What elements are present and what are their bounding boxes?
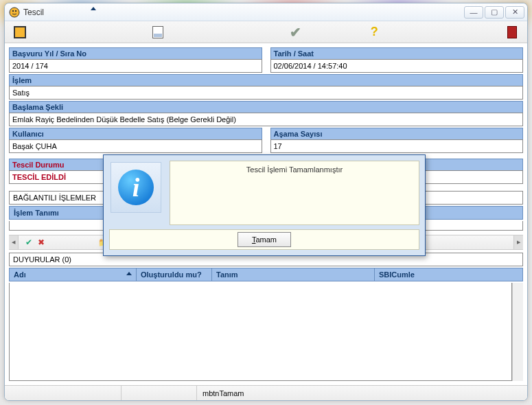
maximize-button[interactable]: ▢ xyxy=(485,6,504,19)
asama-value[interactable]: 17 xyxy=(270,139,524,153)
kullanici-value[interactable]: Başak ÇUHA xyxy=(9,139,262,153)
announcements-grid-header: Adı Oluşturuldu mu? Tanım SBICumle xyxy=(9,268,523,281)
titlebar[interactable]: Tescil — ▢ ✕ xyxy=(5,3,527,21)
col-olusturuldu[interactable]: Oluşturuldu mu? xyxy=(137,268,212,281)
info-dialog: i Tescil İşlemi Tamamlanmıştır Tamam xyxy=(103,154,426,256)
tarih-value[interactable]: 02/06/2014 / 14:57:40 xyxy=(270,59,524,73)
status-cell-1 xyxy=(5,386,122,400)
document-icon[interactable] xyxy=(150,25,165,40)
asama-label: Aşama Sayısı xyxy=(270,128,524,139)
tamam-button[interactable]: Tamam xyxy=(238,232,291,247)
announcements-grid-body[interactable] xyxy=(9,283,512,381)
col-adi[interactable]: Adı xyxy=(10,268,137,281)
sun-icon[interactable] xyxy=(12,25,27,40)
info-icon-wrap: i xyxy=(111,162,161,213)
col-sbi[interactable]: SBICumle xyxy=(375,268,522,281)
basvuru-value[interactable]: 2014 / 174 xyxy=(9,59,262,73)
scrollbar[interactable] xyxy=(512,283,523,381)
close-red-icon[interactable] xyxy=(505,25,520,40)
scroll-right-icon[interactable]: ▶ xyxy=(513,235,523,249)
status-cell-2 xyxy=(122,386,197,400)
app-icon xyxy=(9,7,20,18)
col-tanim[interactable]: Tanım xyxy=(212,268,375,281)
close-button[interactable]: ✕ xyxy=(505,6,524,19)
baslama-label: Başlama Şekli xyxy=(9,101,523,113)
svg-point-1 xyxy=(12,10,14,11)
main-toolbar: ✔ ? xyxy=(5,21,527,43)
baslama-value[interactable]: Emlak Rayiç Bedelinden Düşük Bedelle Sat… xyxy=(9,113,523,126)
info-icon: i xyxy=(118,170,154,205)
svg-point-0 xyxy=(10,8,19,17)
islem-label: İşlem xyxy=(9,74,523,86)
tarih-label: Tarih / Saat xyxy=(270,47,524,59)
dialog-message: Tescil İşlemi Tamamlanmıştır xyxy=(170,161,419,225)
reject-icon[interactable]: ✖ xyxy=(38,238,45,247)
svg-point-2 xyxy=(15,10,16,11)
basvuru-label: Başvuru Yıl / Sıra No xyxy=(9,47,262,59)
islem-value[interactable]: Satış xyxy=(9,86,523,100)
help-icon[interactable]: ? xyxy=(367,25,382,40)
check-icon[interactable]: ✔ xyxy=(288,25,303,40)
kullanici-label: Kullanıcı xyxy=(9,128,262,139)
status-hint: mbtnTamam xyxy=(197,386,527,400)
statusbar: mbtnTamam xyxy=(5,385,527,400)
col-islem-tanimi[interactable]: İşlem Tanımı xyxy=(10,207,106,219)
scroll-left-icon[interactable]: ◀ xyxy=(9,235,19,249)
minimize-button[interactable]: — xyxy=(464,6,483,19)
approve-icon[interactable]: ✔ xyxy=(25,238,32,247)
window-title: Tescil xyxy=(23,8,464,17)
